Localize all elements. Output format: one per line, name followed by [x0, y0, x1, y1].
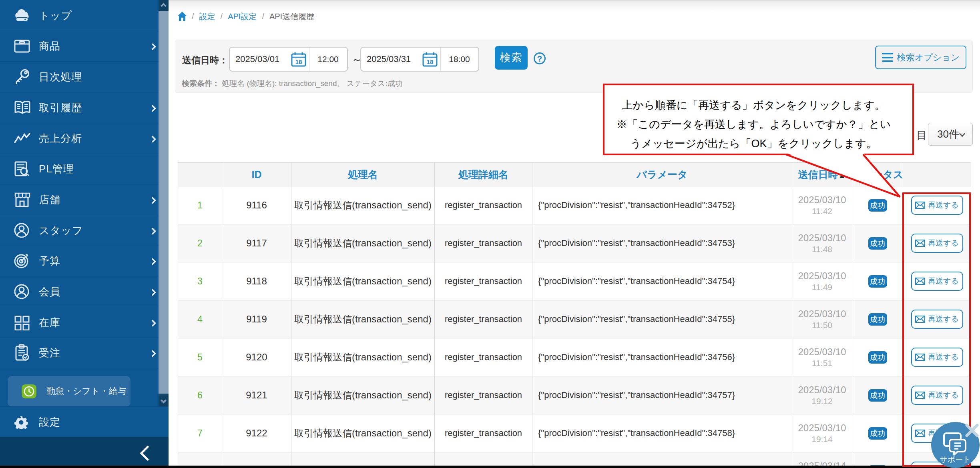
svg-text:18: 18 [295, 58, 302, 65]
svg-text:サポート: サポート [940, 455, 970, 464]
svg-text:18: 18 [427, 58, 434, 65]
